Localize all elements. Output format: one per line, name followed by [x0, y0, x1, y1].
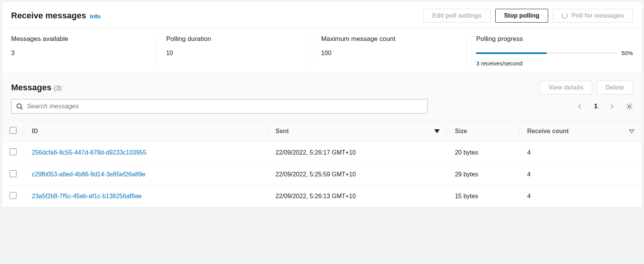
stats-row: Messages available 3 Polling duration 10…: [2, 28, 642, 73]
cell-size: 29 bytes: [447, 164, 519, 186]
progress-bar: [476, 52, 617, 54]
spinner-icon: [562, 13, 568, 19]
messages-toolbar: 1: [2, 99, 642, 121]
table-row: 256dcfa6-8c55-447d-878d-d9233c10395522/0…: [2, 142, 642, 164]
messages-subheader: Messages (3) View details Delete: [2, 73, 642, 99]
table-row: 23a5f2b8-7f5c-45eb-af1c-b138256af9ae22/0…: [2, 186, 642, 207]
cell-receive: 4: [519, 186, 642, 207]
stat-messages-available: Messages available 3: [2, 35, 157, 67]
edit-poll-settings-button[interactable]: Edit poll settings: [424, 9, 491, 23]
message-id-link[interactable]: c29fb053-a8ed-4b86-9d14-3e85ef26a89e: [32, 170, 147, 179]
delete-button[interactable]: Delete: [597, 81, 633, 95]
cell-sent: 22/09/2022, 5:25:59 GMT+10: [268, 164, 447, 186]
stat-value: 100: [321, 50, 457, 57]
messages-title-text: Messages: [11, 83, 51, 92]
col-header-select: [2, 121, 24, 142]
stat-polling-progress: Polling progress 50% 3 receives/second: [467, 35, 642, 67]
row-checkbox[interactable]: [10, 192, 16, 199]
stat-label: Maximum message count: [321, 35, 457, 43]
col-header-id[interactable]: ID: [24, 121, 268, 142]
progress-rate: 3 receives/second: [476, 60, 633, 67]
table-row: c29fb053-a8ed-4b86-9d14-3e85ef26a89e22/0…: [2, 164, 642, 186]
svg-line-1: [21, 108, 23, 109]
panel-header: Receive messages Info Edit poll settings…: [2, 2, 642, 28]
message-id-link[interactable]: 23a5f2b8-7f5c-45eb-af1c-b138256af9ae: [32, 192, 147, 201]
gear-icon[interactable]: [626, 103, 633, 110]
cell-sent: 22/09/2022, 5:26:17 GMT+10: [268, 142, 447, 164]
sort-desc-icon: [434, 129, 440, 133]
search-wrap[interactable]: [11, 99, 428, 114]
col-header-size[interactable]: Size: [447, 121, 519, 142]
cell-receive: 4: [519, 142, 642, 164]
col-header-sent[interactable]: Sent: [268, 121, 447, 142]
messages-buttons: View details Delete: [540, 81, 633, 95]
cell-sent: 22/09/2022, 5:26:13 GMT+10: [268, 186, 447, 207]
row-checkbox[interactable]: [10, 148, 16, 155]
info-link[interactable]: Info: [90, 13, 101, 20]
messages-title: Messages (3): [11, 83, 62, 93]
poll-for-messages-button[interactable]: Poll for messages: [553, 9, 633, 23]
stat-polling-duration: Polling duration 10: [157, 35, 312, 67]
svg-point-2: [629, 106, 631, 108]
col-header-receive[interactable]: Receive count: [519, 121, 642, 142]
messages-count: (3): [54, 85, 62, 92]
progress-fill: [476, 52, 546, 54]
message-id-link[interactable]: 256dcfa6-8c55-447d-878d-d9233c103955: [32, 148, 147, 157]
cell-receive: 4: [519, 164, 642, 186]
search-icon: [16, 103, 23, 110]
view-details-button[interactable]: View details: [540, 81, 592, 95]
page-number: 1: [594, 103, 598, 110]
stat-label: Polling duration: [166, 35, 302, 43]
cell-size: 20 bytes: [447, 142, 519, 164]
stat-value: 3: [11, 50, 147, 57]
stat-label: Messages available: [11, 35, 147, 43]
stat-max-message-count: Maximum message count 100: [312, 35, 467, 67]
panel-title-text: Receive messages: [11, 11, 86, 21]
progress-row: 50%: [476, 50, 633, 56]
stat-value: 10: [166, 50, 302, 57]
poll-button-label: Poll for messages: [572, 12, 624, 19]
progress-percent: 50%: [621, 50, 633, 56]
chevron-right-icon[interactable]: [608, 103, 615, 110]
stop-polling-button[interactable]: Stop polling: [495, 9, 548, 23]
pager: 1: [577, 103, 633, 110]
select-all-checkbox[interactable]: [10, 127, 16, 134]
sort-outline-icon: [629, 128, 634, 135]
chevron-left-icon[interactable]: [577, 103, 583, 110]
stat-label: Polling progress: [476, 35, 633, 43]
panel-title: Receive messages Info: [11, 11, 100, 21]
header-buttons: Edit poll settings Stop polling Poll for…: [424, 9, 633, 23]
cell-size: 15 bytes: [447, 186, 519, 207]
messages-table: ID Sent Size Receive count: [2, 121, 642, 207]
svg-point-0: [17, 104, 21, 108]
svg-marker-3: [629, 130, 634, 133]
search-input[interactable]: [27, 103, 423, 110]
row-checkbox[interactable]: [10, 170, 16, 177]
receive-messages-panel: Receive messages Info Edit poll settings…: [2, 2, 642, 208]
